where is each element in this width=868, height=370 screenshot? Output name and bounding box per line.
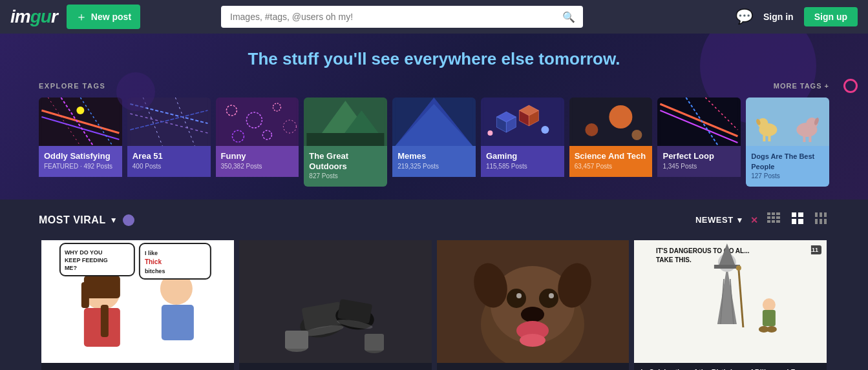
notifications-icon[interactable]: 💬 bbox=[736, 8, 753, 25]
nav-right: 💬 Sign in Sign up bbox=[736, 7, 858, 26]
svg-rect-56 bbox=[767, 212, 770, 215]
svg-rect-79 bbox=[81, 282, 89, 308]
tag-label-gaming: Gaming 115,585 Posts bbox=[481, 146, 564, 177]
tag-card-dogs[interactable]: Dogs Are The Best People 127 Posts bbox=[746, 98, 829, 187]
svg-point-37 bbox=[609, 105, 632, 128]
svg-rect-62 bbox=[767, 220, 770, 223]
post-card-wizard[interactable]: 111 IT'S DANGEROUS TO GO AL... TAKE THIS… bbox=[634, 240, 827, 370]
tag-thumb-science-tech bbox=[569, 98, 653, 146]
explore-title: EXPLORE TAGS bbox=[39, 82, 105, 90]
svg-rect-74 bbox=[824, 219, 827, 224]
tag-card-area51[interactable]: Area 51 400 Posts bbox=[127, 98, 211, 187]
wizard-svg: IT'S DANGEROUS TO GO AL... TAKE THIS. bbox=[634, 240, 827, 363]
tag-thumb-dogs bbox=[746, 98, 829, 146]
hero-section: The stuff you'll see everywhere else tom… bbox=[0, 34, 868, 200]
svg-text:KEEP FEEDING: KEEP FEEDING bbox=[65, 257, 108, 263]
svg-point-111 bbox=[520, 334, 545, 347]
main-content: MOST VIRAL ▼ NEWEST ▼ ✕ bbox=[0, 200, 868, 370]
svg-point-34 bbox=[541, 126, 549, 134]
svg-rect-101 bbox=[365, 334, 384, 351]
new-post-button[interactable]: ＋ New post bbox=[67, 5, 140, 29]
tag-card-perfect-loop[interactable]: Perfect Loop 1,345 Posts bbox=[657, 98, 741, 187]
svg-point-38 bbox=[585, 123, 598, 136]
svg-rect-59 bbox=[767, 216, 770, 219]
svg-rect-72 bbox=[815, 219, 818, 224]
svg-point-105 bbox=[507, 289, 526, 308]
hero-tagline: The stuff you'll see everywhere else tom… bbox=[0, 49, 868, 69]
most-viral-button[interactable]: MOST VIRAL ▼ bbox=[39, 214, 118, 226]
view-grid-compact-button[interactable] bbox=[765, 211, 783, 229]
svg-text:bitches: bitches bbox=[145, 268, 165, 274]
svg-rect-40 bbox=[661, 98, 738, 146]
sort-bar: MOST VIRAL ▼ NEWEST ▼ ✕ bbox=[0, 200, 868, 238]
svg-rect-64 bbox=[776, 220, 780, 223]
svg-rect-73 bbox=[820, 219, 822, 224]
svg-point-108 bbox=[549, 293, 554, 298]
logo: imgur bbox=[10, 6, 58, 27]
tag-label-oddly-satisfying: Oddly Satisfying FEATURED · 492 Posts bbox=[39, 146, 122, 177]
search-input[interactable] bbox=[221, 6, 583, 28]
svg-text:I like: I like bbox=[145, 250, 158, 256]
tag-card-oddly-satisfying[interactable]: Oddly Satisfying FEATURED · 492 Posts bbox=[39, 98, 122, 187]
view-grid-large-button[interactable] bbox=[812, 211, 829, 229]
post-title-thicc: Thicc bbox=[41, 363, 234, 370]
newest-dropdown-icon: ▼ bbox=[736, 216, 744, 225]
tag-card-memes[interactable]: Memes 219,325 Posts bbox=[392, 98, 476, 187]
tag-thumb-oddly-satisfying bbox=[39, 98, 122, 146]
sign-up-button[interactable]: Sign up bbox=[804, 7, 858, 26]
svg-rect-69 bbox=[815, 212, 818, 217]
svg-text:IT'S DANGEROUS TO GO AL...: IT'S DANGEROUS TO GO AL... bbox=[656, 247, 750, 254]
grid-large-icon bbox=[815, 212, 827, 224]
svg-point-6 bbox=[76, 107, 84, 114]
tag-label-memes: Memes 219,325 Posts bbox=[392, 146, 476, 177]
svg-rect-58 bbox=[776, 212, 780, 215]
svg-rect-54 bbox=[803, 136, 806, 142]
svg-point-35 bbox=[487, 130, 492, 136]
post-title-wizard: In Celebration of the Birthdays of Bilb.… bbox=[634, 363, 827, 370]
navbar: imgur ＋ New post 🔍 💬 Sign in Sign up bbox=[0, 0, 868, 34]
svg-rect-13 bbox=[218, 98, 296, 146]
svg-point-124 bbox=[736, 265, 741, 271]
tag-label-dogs: Dogs Are The Best People 127 Posts bbox=[746, 146, 829, 187]
newest-label: NEWEST bbox=[695, 215, 734, 225]
svg-rect-55 bbox=[809, 136, 812, 142]
svg-rect-23 bbox=[307, 133, 385, 146]
post-card-thicc[interactable]: WHY DO YOU KEEP FEEDING ME? I like Thick… bbox=[41, 240, 234, 370]
tag-card-funny[interactable]: Funny 350,382 Posts bbox=[216, 98, 299, 187]
svg-point-39 bbox=[631, 130, 642, 140]
comic-svg: WHY DO YOU KEEP FEEDING ME? I like Thick… bbox=[41, 240, 234, 363]
search-bar: 🔍 bbox=[221, 6, 583, 28]
newest-button[interactable]: NEWEST ▼ bbox=[695, 215, 744, 225]
svg-point-109 bbox=[521, 307, 544, 322]
svg-point-107 bbox=[516, 293, 522, 298]
new-post-label: New post bbox=[91, 12, 131, 22]
post-card-shoes[interactable] bbox=[239, 240, 432, 370]
svg-rect-80 bbox=[101, 305, 109, 337]
grid-medium-icon bbox=[792, 212, 803, 224]
post-card-dog[interactable] bbox=[437, 240, 630, 370]
svg-point-128 bbox=[767, 326, 777, 333]
dog-svg bbox=[452, 240, 613, 363]
tag-thumb-area51 bbox=[127, 98, 211, 146]
svg-rect-7 bbox=[130, 98, 207, 146]
sign-in-button[interactable]: Sign in bbox=[763, 12, 794, 22]
sort-dot-decoration bbox=[123, 214, 134, 226]
svg-rect-66 bbox=[798, 212, 803, 217]
tag-label-area51: Area 51 400 Posts bbox=[127, 146, 211, 177]
svg-text:Thick: Thick bbox=[145, 258, 162, 265]
tag-card-science-tech[interactable]: Science And Tech 63,457 Posts bbox=[569, 98, 653, 187]
dropdown-arrow-icon: ▼ bbox=[110, 216, 118, 225]
tag-card-gaming[interactable]: Gaming 115,585 Posts bbox=[481, 98, 564, 187]
view-grid-medium-button[interactable] bbox=[789, 211, 806, 229]
svg-rect-63 bbox=[772, 220, 775, 223]
tag-thumb-perfect-loop bbox=[657, 98, 741, 146]
svg-text:TAKE THIS.: TAKE THIS. bbox=[656, 256, 692, 263]
grid-compact-icon bbox=[767, 212, 780, 224]
svg-rect-57 bbox=[772, 212, 775, 215]
svg-rect-49 bbox=[763, 135, 766, 141]
more-tags-link[interactable]: MORE TAGS + bbox=[774, 82, 829, 90]
tag-thumb-great-outdoors bbox=[304, 98, 387, 146]
tag-card-great-outdoors[interactable]: The Great Outdoors 827 Posts bbox=[304, 98, 387, 187]
svg-rect-61 bbox=[776, 216, 780, 219]
close-filter-icon[interactable]: ✕ bbox=[750, 215, 758, 225]
